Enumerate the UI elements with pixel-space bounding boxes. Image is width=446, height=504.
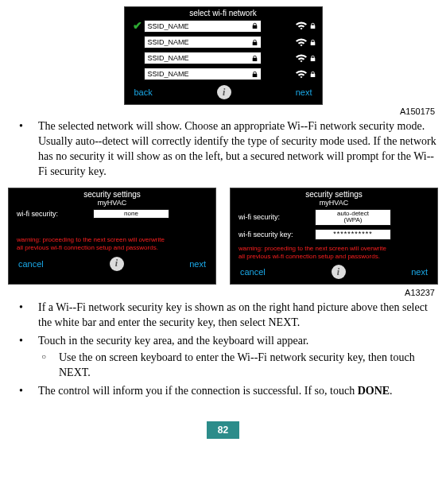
lock-icon <box>310 71 316 78</box>
wifi-icon <box>295 54 308 63</box>
screen-title: security settings <box>9 188 215 199</box>
ssid-label: SSID_NAME <box>148 22 189 30</box>
security-settings-figure: security settings myHVAC wi-fi security:… <box>8 183 438 287</box>
back-button[interactable]: back <box>134 87 153 97</box>
ssid-label: SSID_NAME <box>148 70 189 78</box>
ssid-row[interactable]: ✔ SSID_NAME <box>125 17 322 34</box>
wifi-key-label: wi-fi security key: <box>239 231 315 238</box>
wifi-icon <box>295 70 308 79</box>
instruction-bullet: Touch in the security key area, and the … <box>8 334 438 381</box>
info-icon[interactable]: i <box>110 257 124 271</box>
figure-id: A150175 <box>8 105 438 119</box>
ssid-label: SSID_NAME <box>148 38 189 46</box>
lock-icon <box>252 22 258 29</box>
screen-title: select wi-fi network <box>125 7 322 17</box>
cancel-button[interactable]: cancel <box>18 259 44 269</box>
wifi-key-field[interactable]: *********** <box>315 229 391 240</box>
wifi-icon <box>295 38 308 47</box>
screen-title: security settings <box>231 188 437 199</box>
lock-icon <box>310 22 316 29</box>
wifi-security-value[interactable]: none <box>93 209 169 219</box>
ssid-row[interactable]: SSID_NAME <box>125 34 322 50</box>
page-number: 82 <box>207 421 239 439</box>
wifi-icon <box>295 21 308 30</box>
instruction-sub-bullet: Use the on screen keyboard to enter the … <box>38 351 438 381</box>
wifi-select-figure: select wi-fi network ✔ SSID_NAME SSID_NA… <box>8 6 438 105</box>
instruction-bullet: The selected network will show. Choose a… <box>8 119 438 180</box>
ssid-item[interactable]: SSID_NAME <box>144 68 262 80</box>
next-button[interactable]: next <box>296 87 312 97</box>
ssid-item[interactable]: SSID_NAME <box>144 36 262 48</box>
warning-text: warning: proceeding to the next screen w… <box>9 233 215 253</box>
info-icon[interactable]: i <box>217 85 231 99</box>
figure-id: A13237 <box>8 286 438 300</box>
next-button[interactable]: next <box>189 259 206 269</box>
wifi-security-value[interactable]: auto-detect (WPA) <box>315 209 391 227</box>
wifi-security-label: wi-fi security: <box>17 210 93 218</box>
wifi-security-label: wi-fi security: <box>239 213 315 221</box>
ssid-label: SSID_NAME <box>148 54 189 62</box>
security-screen-autodetect: security settings myHVAC wi-fi security:… <box>230 188 438 285</box>
ssid-row[interactable]: SSID_NAME <box>125 50 322 66</box>
screen-subtitle: myHVAC <box>231 199 437 207</box>
lock-icon <box>252 55 258 62</box>
lock-icon <box>252 71 258 78</box>
lock-icon <box>310 39 316 46</box>
lock-icon <box>252 39 258 46</box>
lock-icon <box>310 55 316 62</box>
ssid-item[interactable]: SSID_NAME <box>144 20 262 33</box>
cancel-button[interactable]: cancel <box>240 267 266 277</box>
security-screen-none: security settings myHVAC wi-fi security:… <box>8 188 216 285</box>
instruction-bullet: If a Wi--Fi network security key is show… <box>8 300 438 331</box>
instruction-bullet: The control will inform you if the conne… <box>8 384 438 399</box>
warning-text: warning: proceeding to the next screen w… <box>231 242 437 262</box>
ssid-row[interactable]: SSID_NAME <box>125 66 322 82</box>
info-icon[interactable]: i <box>332 265 346 279</box>
screen-subtitle: myHVAC <box>9 199 215 207</box>
wifi-select-screen: select wi-fi network ✔ SSID_NAME SSID_NA… <box>124 6 323 105</box>
ssid-item[interactable]: SSID_NAME <box>144 52 262 64</box>
check-icon: ✔ <box>133 20 142 32</box>
next-button[interactable]: next <box>411 267 428 277</box>
